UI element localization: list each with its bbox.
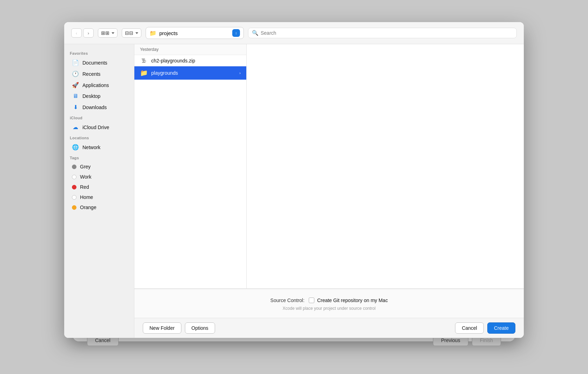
file-item-playgrounds[interactable]: 📁 playgrounds › xyxy=(134,66,246,80)
location-stepper[interactable]: ↕ xyxy=(232,29,240,37)
file-browser: Yesterday 🗜 ch2-playgrounds.zip 📁 playgr… xyxy=(134,44,524,338)
sidebar-item-red-label: Red xyxy=(80,184,89,190)
sidebar-item-work[interactable]: Work xyxy=(66,172,132,182)
modal-overlay: ‹ › ⊞⊞ ⊟⊟ 📁 projects ↕ xyxy=(0,0,588,374)
options-button[interactable]: Options xyxy=(185,322,215,334)
chevron-down-icon2 xyxy=(135,32,138,34)
new-folder-button[interactable]: New Folder xyxy=(143,322,181,334)
git-repo-checkbox-label: Create Git repository on my Mac xyxy=(317,298,388,303)
column-view-button[interactable]: ⊞⊞ xyxy=(98,28,118,38)
sidebar-item-documents[interactable]: 📄 Documents xyxy=(66,57,132,68)
sidebar-item-applications[interactable]: 🚀 Applications xyxy=(66,80,132,91)
action-bar-left: New Folder Options xyxy=(143,322,215,334)
location-name: projects xyxy=(159,30,229,36)
chevron-left-icon: ‹ xyxy=(76,31,77,36)
sidebar-item-orange-label: Orange xyxy=(80,205,96,210)
sidebar-item-applications-label: Applications xyxy=(82,82,109,88)
action-bar: New Folder Options Cancel Create xyxy=(134,318,524,338)
source-control-hint: Xcode will place your project under sour… xyxy=(143,306,515,312)
source-control-label: Source Control: xyxy=(270,298,305,303)
chevron-right-arrow-icon: › xyxy=(239,71,241,75)
file-picker: ‹ › ⊞⊞ ⊟⊟ 📁 projects ↕ xyxy=(64,22,524,338)
grid-view-button[interactable]: ⊟⊟ xyxy=(122,28,141,38)
tags-label: Tags xyxy=(64,153,134,161)
grey-tag-dot xyxy=(72,165,76,169)
toolbar: ‹ › ⊞⊞ ⊟⊟ 📁 projects ↕ xyxy=(64,22,524,44)
documents-icon: 📄 xyxy=(72,59,79,66)
chevron-down-icon xyxy=(112,32,114,34)
work-tag-dot xyxy=(72,175,76,179)
applications-icon: 🚀 xyxy=(72,82,79,88)
sidebar-item-icloud-drive[interactable]: ☁ iCloud Drive xyxy=(66,122,132,133)
content-area: Favorites 📄 Documents 🕐 Recents 🚀 Applic… xyxy=(64,44,524,338)
sidebar-item-desktop[interactable]: 🖥 Desktop xyxy=(66,91,132,101)
sidebar-item-recents[interactable]: 🕐 Recents xyxy=(66,68,132,79)
file-columns: Yesterday 🗜 ch2-playgrounds.zip 📁 playgr… xyxy=(134,44,524,289)
checkbox-wrapper: Create Git repository on my Mac xyxy=(309,298,388,303)
icloud-label: iCloud xyxy=(64,113,134,121)
sidebar-item-downloads[interactable]: ⬇ Downloads xyxy=(66,102,132,113)
recents-icon: 🕐 xyxy=(72,71,79,77)
sidebar-item-documents-label: Documents xyxy=(82,60,107,66)
network-icon: 🌐 xyxy=(72,144,79,151)
stepper-icon: ↕ xyxy=(235,31,237,35)
folder-icon: 📁 xyxy=(149,30,156,36)
favorites-label: Favorites xyxy=(64,48,134,57)
grid-view-icon: ⊟⊟ xyxy=(125,30,133,36)
forward-button[interactable]: › xyxy=(83,28,94,38)
sidebar-item-orange[interactable]: Orange xyxy=(66,202,132,212)
location-field[interactable]: 📁 projects ↕ xyxy=(146,27,244,39)
sidebar-item-home-label: Home xyxy=(80,194,93,200)
sidebar-item-grey[interactable]: Grey xyxy=(66,162,132,172)
back-button[interactable]: ‹ xyxy=(71,28,82,38)
search-input[interactable] xyxy=(261,30,513,36)
action-bar-right: Cancel Create xyxy=(455,322,515,334)
column-header-yesterday: Yesterday xyxy=(134,44,246,55)
downloads-icon: ⬇ xyxy=(72,104,79,111)
file-item-playgrounds-name: playgrounds xyxy=(151,70,236,76)
search-icon: 🔍 xyxy=(252,30,259,36)
cancel-button[interactable]: Cancel xyxy=(455,322,484,334)
sidebar-item-recents-label: Recents xyxy=(82,71,100,77)
sidebar-item-network-label: Network xyxy=(82,145,100,150)
column-view-icon: ⊞⊞ xyxy=(101,30,109,36)
locations-label: Locations xyxy=(64,133,134,141)
sidebar-item-grey-label: Grey xyxy=(80,164,91,169)
orange-tag-dot xyxy=(72,205,76,210)
create-button[interactable]: Create xyxy=(487,322,515,334)
file-item-ch2-zip-name: ch2-playgrounds.zip xyxy=(151,58,241,64)
folder-playgrounds-icon: 📁 xyxy=(140,69,148,77)
source-control-row: Source Control: Create Git repository on… xyxy=(143,295,515,305)
source-control-bar: Source Control: Create Git repository on… xyxy=(134,289,524,318)
search-field[interactable]: 🔍 xyxy=(248,28,517,38)
home-tag-dot xyxy=(72,195,76,200)
chevron-right-icon: › xyxy=(88,31,89,36)
zip-icon: 🗜 xyxy=(140,58,148,64)
red-tag-dot xyxy=(72,185,76,189)
sidebar-item-work-label: Work xyxy=(80,174,91,180)
sidebar-item-network[interactable]: 🌐 Network xyxy=(66,142,132,153)
desktop-icon: 🖥 xyxy=(72,93,79,99)
file-column-1: Yesterday 🗜 ch2-playgrounds.zip 📁 playgr… xyxy=(134,44,247,288)
sidebar-item-icloud-label: iCloud Drive xyxy=(82,125,109,130)
icloud-icon: ☁ xyxy=(72,124,79,131)
sidebar-item-downloads-label: Downloads xyxy=(82,105,107,110)
nav-btn-group: ‹ › xyxy=(71,28,94,38)
sidebar-item-red[interactable]: Red xyxy=(66,182,132,192)
file-item-ch2-zip[interactable]: 🗜 ch2-playgrounds.zip xyxy=(134,55,246,66)
sidebar: Favorites 📄 Documents 🕐 Recents 🚀 Applic… xyxy=(64,44,134,338)
detail-pane xyxy=(247,44,524,288)
sidebar-item-home[interactable]: Home xyxy=(66,192,132,202)
sidebar-item-desktop-label: Desktop xyxy=(82,93,100,99)
git-repo-checkbox[interactable] xyxy=(309,298,314,303)
